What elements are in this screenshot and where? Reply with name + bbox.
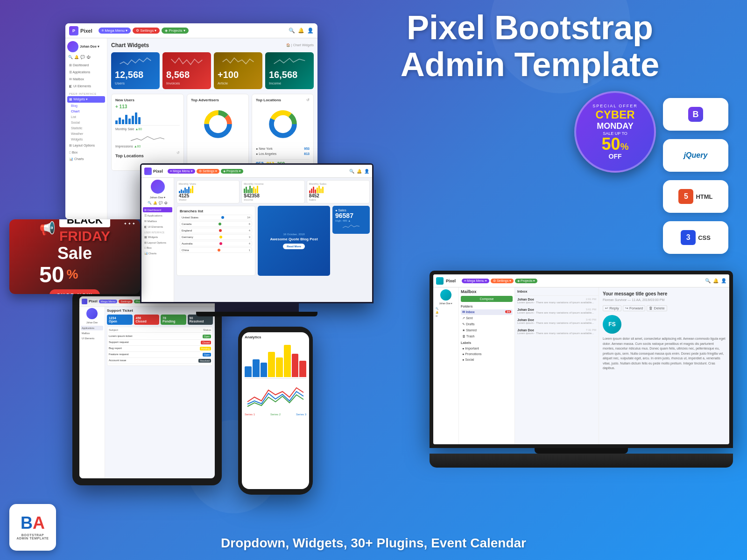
sc-sub-list[interactable]: List — [67, 114, 105, 119]
p-stat-sales-label: Monthly Sales — [309, 182, 367, 185]
label-promotions[interactable]: ● Promotions — [461, 351, 513, 357]
mail-reply-btn[interactable]: ↩ Reply — [603, 305, 621, 311]
p-blog-date: 16 October, 2018 — [283, 233, 304, 236]
sc-bar-1 — [115, 120, 118, 124]
m-pill-mega[interactable]: ≡ Mega Menu ▾ — [462, 279, 489, 283]
sc-sub-blog[interactable]: Blog — [67, 103, 105, 108]
mail-item-1[interactable]: 2:61 PM Johan Doe Lorem ipsum - There ar… — [515, 296, 599, 306]
p-second-row: Branches list United States 34 Canada 6 — [176, 206, 370, 276]
special-offer-text: SPECIAL OFFER — [592, 104, 638, 108]
ba-logo-box: BA BOOTSTRAPADMIN TEMPLATE — [9, 504, 56, 551]
t-nav-ui[interactable]: UI Elements — [81, 336, 103, 341]
sc-nav-mailbox[interactable]: ✉ Mailbox — [67, 76, 105, 83]
m-pill-settings[interactable]: ⚙ Settings ▾ — [491, 279, 514, 283]
m-nav-1[interactable]: 🔍 — [435, 307, 457, 310]
p-nav-box[interactable]: □ Box — [143, 245, 172, 250]
sc-sub-widgets[interactable]: Widgets — [67, 137, 105, 142]
m-nav-2[interactable]: 🔔 — [435, 310, 457, 314]
sc-chat-mini[interactable]: 💬 — [80, 55, 85, 59]
sc-search-mini[interactable]: 🔍 — [68, 55, 73, 59]
p-sales-area: ● Sales 96587 High: 485 ▲ — [332, 206, 370, 276]
p-sb-bell[interactable]: 🔔 — [153, 201, 157, 205]
sc-bar-8 — [138, 117, 141, 124]
p-sb-chat[interactable]: 💬 — [159, 201, 163, 205]
p-search-icon[interactable]: 🔍 — [349, 169, 354, 174]
p-nav-widgets[interactable]: ▦ Widgets — [143, 234, 172, 239]
sc-nav-box[interactable]: □ Box — [67, 149, 105, 155]
m-user-icon[interactable]: 👤 — [721, 278, 726, 283]
sc-bar-3 — [122, 119, 124, 124]
p-blog-btn[interactable]: Read More — [283, 244, 305, 249]
t-nav-mail[interactable]: Mailbox — [81, 331, 103, 336]
sc-sub-social[interactable]: Social — [67, 120, 105, 125]
sc-power-mini[interactable]: ⏻ — [86, 55, 90, 59]
mail-forward-btn[interactable]: ↪ Forward — [623, 305, 646, 311]
p-sb-power[interactable]: ⏻ — [164, 201, 168, 205]
sc-nav-dashboard[interactable]: ⊞ Dashboard — [67, 62, 105, 69]
sc-search-icon[interactable]: 🔍 — [289, 28, 295, 34]
sc-nav-layout[interactable]: ⊞ Layout Options — [67, 142, 105, 149]
sc-nav-ui[interactable]: ◧ UI Elements — [67, 83, 105, 90]
hero-text-container: Pixel Bootstrap Admin Template — [327, 9, 733, 83]
m-pill-projects[interactable]: ◈ Projects ▾ — [515, 279, 537, 283]
folder-inbox[interactable]: ✉ Inbox 34 — [461, 309, 513, 315]
sc-pill-mega[interactable]: ≡ Mega Menu ▾ — [99, 28, 131, 34]
sc-avatar — [67, 41, 78, 52]
p-nav-mailbox[interactable]: ✉ Mailbox — [143, 218, 172, 224]
p-nav-ui[interactable]: ◧ UI Elements — [143, 224, 172, 229]
sc-nav-apps[interactable]: ☰ Applications — [67, 69, 105, 76]
p-pill-settings[interactable]: ⚙ Settings ▾ — [197, 169, 219, 174]
sc-breadcrumb: 🏠 | Chart Widgets — [286, 43, 314, 47]
p-user-icon[interactable]: 👤 — [364, 169, 369, 174]
sc-loc-refresh[interactable]: ↺ — [306, 98, 310, 102]
p-nav-layout[interactable]: ⊞ Layout Options — [143, 240, 172, 245]
sc-pill-settings[interactable]: ⚙ Settings ▾ — [133, 28, 160, 34]
p-nav-charts[interactable]: 📊 Charts — [143, 251, 172, 256]
p-branches-container: Branches list United States 34 Canada 6 — [176, 206, 255, 276]
t-pill-2[interactable]: Settings — [119, 300, 133, 303]
sc-pill-projects[interactable]: ◈ Projects ▾ — [162, 28, 188, 34]
p-bell-icon[interactable]: 🔔 — [357, 169, 362, 174]
sc-brand: P Pixel — [69, 26, 92, 35]
p-nav-dashboard[interactable]: ⊞ Dashboard — [143, 207, 172, 212]
sc-user-icon[interactable]: 👤 — [307, 28, 314, 34]
sc-nav-charts[interactable]: 📊 Charts — [67, 156, 105, 162]
p-sb-search[interactable]: 🔍 — [148, 201, 152, 205]
compose-btn[interactable]: Compose — [461, 296, 513, 302]
p-stat-sales-sub: Sales — [309, 198, 367, 201]
mail-delete-btn[interactable]: 🗑 Delete — [647, 305, 667, 311]
mail-item-3[interactable]: 3:40 PM Johan Doe Lorem ipsum - There ar… — [515, 316, 599, 327]
p-pill-mega[interactable]: ≡ Mega Menu ▾ — [168, 169, 195, 174]
sc-nav-widgets[interactable]: ▦ Widgets ▾ — [67, 96, 105, 103]
mail-item-2[interactable]: 3:61 PM Johan Doe Lorem ipsum - There ar… — [515, 306, 599, 316]
folder-sent[interactable]: ↗ Sent — [461, 315, 513, 321]
sc-bell-mini[interactable]: 🔔 — [74, 55, 79, 59]
sc-bell-icon[interactable]: 🔔 — [298, 28, 304, 34]
sc-pills: ≡ Mega Menu ▾ ⚙ Settings ▾ ◈ Projects ▾ — [99, 28, 189, 34]
t-stat-pending-label: Pending — [162, 320, 184, 323]
label-social[interactable]: ● Social — [461, 357, 513, 362]
bf-shop-btn[interactable]: SHOP NOW — [57, 293, 93, 294]
mail-item-3-time: 3:40 PM — [586, 318, 596, 321]
sc-refresh-icon[interactable]: ↺ — [176, 151, 180, 155]
mail-item-4[interactable]: 7:31 PM Johan Doe Lorem ipsum - There ar… — [515, 327, 599, 337]
p-branch-de-name: Germany — [182, 236, 193, 238]
sc-sub-chart[interactable]: Chart — [67, 109, 105, 114]
label-important[interactable]: ● Important — [461, 346, 513, 351]
t-sidebar: Johan Doe Applications Mailbox UI Elemen… — [79, 307, 105, 478]
sc-sub-statistic[interactable]: Statistic — [67, 126, 105, 131]
folder-drafts[interactable]: ✎ Drafts — [461, 322, 513, 327]
p-nav-apps[interactable]: ☰ Applications — [143, 213, 172, 218]
cyber-badge-inner: SPECIAL OFFER CYBER Monday SALE UP TO 50… — [574, 91, 656, 173]
t-nav-apps[interactable]: Applications — [81, 326, 103, 330]
m-nav-3[interactable]: ✉ — [435, 314, 457, 318]
folder-trash[interactable]: 🗑 Trash — [461, 334, 513, 339]
m-search-icon[interactable]: 🔍 — [705, 278, 711, 283]
sc-sub-weather[interactable]: Weather — [67, 131, 105, 136]
folder-starred[interactable]: ★ Starred — [461, 328, 513, 333]
m-bell-icon[interactable]: 🔔 — [713, 278, 719, 283]
p-pill-projects[interactable]: ◈ Projects ▾ — [221, 169, 243, 174]
bf-stars: ✦ ✦ ✦ — [124, 222, 135, 226]
t-pill-1[interactable]: Mega Menu — [99, 300, 118, 303]
p-branch-cn: China 1 — [180, 247, 252, 253]
